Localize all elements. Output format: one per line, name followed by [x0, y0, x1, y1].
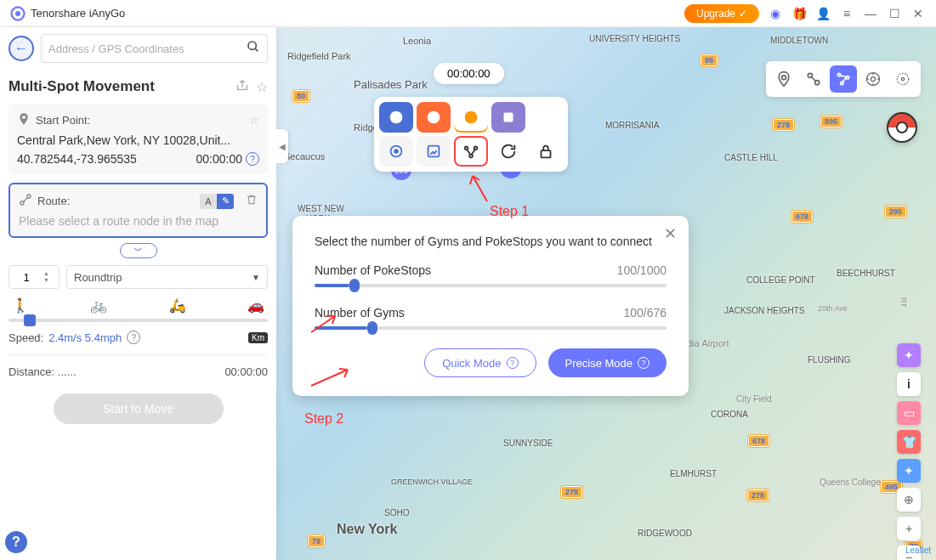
svg-point-6 — [782, 76, 786, 80]
loop-count-input[interactable]: ▲▼ — [9, 265, 60, 289]
pokestops-slider[interactable] — [315, 284, 667, 287]
map-label: Ridgefield Park — [287, 51, 351, 61]
map-label: City Field — [736, 394, 772, 404]
gift-icon[interactable]: 🎁 — [791, 6, 807, 21]
svg-point-1 — [15, 11, 20, 16]
maximize-icon[interactable]: ☐ — [887, 6, 902, 21]
zoom-in-button[interactable]: + — [897, 517, 921, 540]
refresh-button[interactable] — [491, 136, 525, 167]
map-label: Leonia — [403, 36, 431, 46]
pokestops-thumb[interactable] — [349, 279, 360, 292]
expand-button[interactable]: ︾ — [120, 243, 157, 258]
map-label: Queens College — [820, 478, 881, 487]
collapse-sidebar-button[interactable]: ◀ — [276, 129, 288, 163]
help-icon[interactable]: ? — [127, 331, 140, 344]
game-mode-4[interactable] — [491, 102, 525, 133]
gyms-slider[interactable] — [315, 326, 667, 330]
map-label: SOHO — [384, 508, 409, 518]
start-coords: 40.782544,-73.965535 — [17, 152, 137, 166]
user-icon[interactable]: 👤 — [815, 6, 831, 21]
loop-count-field[interactable] — [9, 271, 43, 284]
walk-icon[interactable]: 🚶 — [12, 297, 29, 314]
start-point-label: Start Point: — [36, 114, 244, 127]
jump-mode-icon[interactable] — [889, 65, 916, 93]
tool-btn-3[interactable]: 👕 — [897, 430, 921, 454]
map-label: BEECHHURST — [837, 269, 895, 278]
sub-mode-1[interactable] — [379, 136, 413, 167]
delete-icon[interactable] — [246, 194, 258, 208]
game-mode-1[interactable] — [379, 102, 413, 133]
teleport-mode-icon[interactable] — [770, 65, 797, 93]
minimize-icon[interactable]: — — [863, 6, 878, 21]
lock-button[interactable] — [529, 136, 563, 167]
mode-selector-bar — [766, 61, 921, 97]
speed-thumb[interactable] — [24, 314, 36, 326]
highway-badge: 78 — [308, 535, 325, 547]
route-card: Route: A ✎ Please select a route node in… — [9, 183, 268, 238]
game-mode-3[interactable] — [454, 102, 488, 133]
start-address: Central Park,New York, NY 10028,Unit... — [17, 133, 259, 147]
spin-down[interactable]: ▼ — [43, 277, 49, 284]
tool-btn-4[interactable]: ✦ — [897, 459, 921, 483]
dialog-close-button[interactable]: ✕ — [664, 224, 677, 243]
bike-icon[interactable]: 🚲 — [90, 297, 107, 314]
close-icon[interactable]: ✕ — [910, 6, 926, 21]
quick-mode-button[interactable]: Quick Mode? — [424, 348, 536, 377]
map-label: FLUSHING — [808, 355, 851, 365]
menu-icon[interactable]: ≡ — [839, 6, 854, 21]
upgrade-button[interactable]: Upgrade✓ — [684, 4, 759, 23]
svg-point-21 — [394, 150, 398, 153]
transport-mode-row: 🚶 🚲 🛵 🚗 — [9, 297, 268, 314]
help-float-button[interactable]: ? — [5, 531, 27, 553]
car-icon[interactable]: 🚗 — [247, 297, 264, 314]
star-icon[interactable]: ☆ — [249, 114, 259, 127]
start-time: 00:00:00 — [196, 152, 243, 166]
speed-slider[interactable] — [9, 319, 268, 322]
info-button[interactable]: i — [897, 372, 921, 396]
help-icon[interactable]: ? — [246, 152, 259, 166]
joystick-mode-icon[interactable] — [859, 65, 887, 93]
title-bar: Tenorshare iAnyGo Upgrade✓ ◉ 🎁 👤 ≡ — ☐ ✕ — [0, 0, 936, 27]
two-spot-mode-icon[interactable] — [800, 65, 827, 93]
pokeball-button[interactable] — [887, 112, 917, 143]
game-mode-2[interactable] — [417, 102, 451, 133]
leaflet-attribution[interactable]: Leaflet — [905, 546, 931, 555]
tool-btn-2[interactable]: ▭ — [897, 401, 921, 425]
search-icon[interactable] — [247, 40, 260, 57]
app-logo-icon — [10, 6, 26, 21]
game-mode-panel — [374, 97, 568, 172]
sub-mode-2[interactable] — [417, 136, 451, 167]
favorite-icon[interactable]: ☆ — [256, 79, 268, 95]
multi-spot-mode-icon[interactable] — [830, 65, 857, 93]
step1-label: Step 1 — [490, 204, 529, 219]
route-mode-toggle[interactable]: A ✎ — [200, 194, 234, 209]
chevron-down-icon: ▼ — [252, 273, 260, 282]
discord-icon[interactable]: ◉ — [768, 6, 783, 21]
locate-button[interactable]: ⊕ — [897, 488, 921, 512]
map-label: MORRISANIA — [605, 121, 659, 130]
search-input[interactable] — [48, 42, 247, 55]
precise-mode-button[interactable]: Precise Mode? — [548, 348, 667, 377]
map-label: CORONA — [711, 410, 748, 419]
search-box[interactable] — [41, 34, 268, 63]
toggle-a[interactable]: A — [200, 194, 217, 209]
route-connect-button[interactable] — [454, 136, 488, 167]
app-title: Tenorshare iAnyGo — [31, 7, 684, 20]
km-badge[interactable]: Km — [248, 332, 268, 343]
highway-badge: 278 — [747, 489, 769, 501]
route-label: Route: — [37, 195, 195, 207]
tool-btn-1[interactable]: ✦ — [897, 343, 921, 367]
step2-label: Step 2 — [304, 411, 343, 427]
pin-icon — [17, 112, 31, 128]
svg-point-18 — [465, 111, 478, 124]
map-label: New York — [337, 522, 397, 537]
map-label: 20th Ave — [818, 304, 848, 313]
gyms-thumb[interactable] — [367, 321, 377, 335]
spin-up[interactable]: ▲ — [43, 270, 49, 277]
back-button[interactable]: ← — [9, 36, 34, 61]
toggle-edit[interactable]: ✎ — [217, 194, 234, 209]
share-icon[interactable] — [235, 78, 249, 95]
trip-mode-select[interactable]: Roundtrip ▼ — [66, 265, 268, 289]
start-move-button[interactable]: Start to Move — [54, 393, 224, 424]
scooter-icon[interactable]: 🛵 — [169, 297, 186, 314]
